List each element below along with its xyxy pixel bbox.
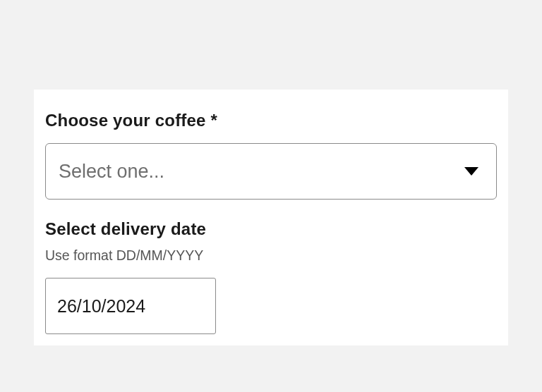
coffee-label: Choose your coffee * — [45, 111, 497, 130]
form-card: Choose your coffee * Select one... Selec… — [34, 90, 508, 345]
delivery-date-input[interactable] — [45, 278, 216, 334]
coffee-select-placeholder: Select one... — [59, 161, 164, 183]
coffee-select-wrapper: Select one... — [45, 143, 497, 200]
delivery-date-hint: Use format DD/MM/YYYY — [45, 247, 497, 264]
coffee-select[interactable]: Select one... — [45, 143, 497, 200]
delivery-date-label: Select delivery date — [45, 219, 497, 239]
